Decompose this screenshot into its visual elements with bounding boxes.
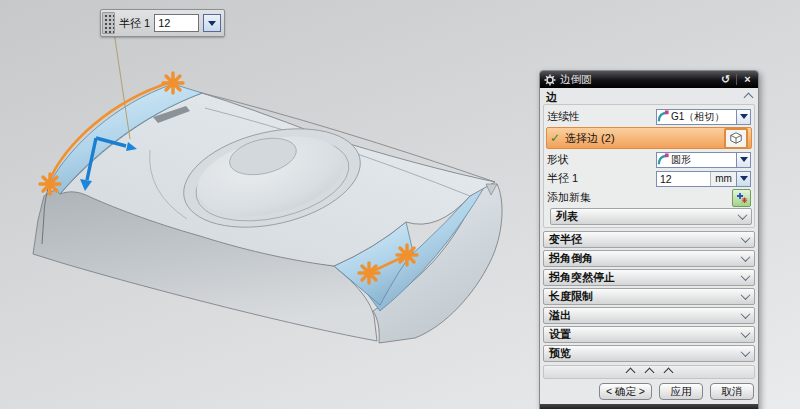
close-button[interactable]: × (741, 72, 754, 87)
radius-value-input[interactable]: 12 (657, 172, 710, 186)
edge-endpoint-handle[interactable] (40, 174, 60, 194)
chevron-down-icon (740, 157, 748, 162)
section-label: 预览 (549, 346, 742, 361)
chevron-up-icon (663, 367, 673, 377)
edge-endpoint-handle[interactable] (359, 263, 379, 283)
section-length-limit[interactable]: 长度限制 (543, 288, 755, 305)
section-label: 溢出 (549, 308, 742, 323)
shape-label: 形状 (547, 152, 656, 167)
continuity-select[interactable]: G1（相切） (656, 109, 751, 125)
chevron-down-icon (741, 309, 751, 319)
section-variable-radius[interactable]: 变半径 (543, 231, 755, 248)
continuity-label: 连续性 (547, 109, 656, 124)
shape-select[interactable]: 圆形 (656, 152, 751, 168)
continuity-value: G1（相切） (670, 110, 736, 124)
edge-blend-dialog: 边倒圆 ↺ × 边 连续性 G1（相切） (539, 70, 759, 409)
cancel-button[interactable]: 取消 (710, 383, 754, 400)
add-new-set-row: 添加新集 (546, 189, 752, 206)
select-body-button[interactable] (724, 128, 748, 149)
radius-options-button[interactable] (736, 172, 750, 186)
chevron-down-icon (741, 328, 751, 338)
chevron-down-icon (740, 176, 748, 181)
section-label: 拐角倒角 (549, 251, 742, 266)
add-new-set-button[interactable] (732, 189, 751, 207)
onscreen-radius-value-input[interactable]: 12 (154, 14, 199, 32)
add-new-set-label: 添加新集 (547, 190, 732, 205)
add-set-icon (736, 192, 748, 204)
shape-value: 圆形 (670, 153, 736, 167)
section-label: 长度限制 (549, 289, 742, 304)
radius-row: 半径 1 12 mm (546, 170, 752, 187)
chevron-down-icon (741, 290, 751, 300)
collapse-dialog-button[interactable] (543, 365, 755, 379)
drag-grip-icon[interactable] (102, 12, 115, 34)
chevron-down-icon (741, 252, 751, 262)
shape-row: 形状 圆形 (546, 151, 752, 168)
chevron-up-icon (744, 92, 754, 102)
blend-icon (657, 110, 670, 123)
select-edge-label: 选择边 (2) (565, 131, 615, 146)
chevron-down-icon (208, 21, 216, 26)
apply-button[interactable]: 应用 (659, 383, 703, 400)
section-corner-stop[interactable]: 拐角突然停止 (543, 269, 755, 286)
titlebar-divider (736, 74, 737, 85)
section-list: 变半径 拐角倒角 拐角突然停止 长度限制 溢出 设置 (543, 231, 755, 362)
chevron-up-icon (644, 367, 654, 377)
ok-button[interactable]: < 确定 > (599, 383, 652, 400)
dialog-button-row: < 确定 > 应用 取消 (543, 379, 755, 404)
chevron-down-icon (738, 210, 748, 220)
chevron-down-icon (741, 347, 751, 357)
section-corner-chamfer[interactable]: 拐角倒角 (543, 250, 755, 267)
radius-label: 半径 1 (547, 171, 656, 186)
radius-field[interactable]: 12 mm (656, 171, 751, 187)
cube-icon (729, 131, 743, 145)
edge-endpoint-handle[interactable] (163, 73, 183, 93)
section-overflow[interactable]: 溢出 (543, 307, 755, 324)
chevron-up-icon (625, 367, 635, 377)
reset-button[interactable]: ↺ (719, 72, 732, 87)
gear-icon (544, 74, 556, 86)
onscreen-radius-dropdown-button[interactable] (203, 14, 221, 32)
edge-group-panel: 连续性 G1（相切） ✓ 选择边 (2) (543, 104, 755, 228)
section-settings[interactable]: 设置 (543, 326, 755, 343)
radius-unit[interactable]: mm (710, 172, 736, 186)
section-label: 变半径 (549, 232, 742, 247)
onscreen-radius-input[interactable]: 半径 1 12 (100, 9, 225, 37)
select-edge-row[interactable]: ✓ 选择边 (2) (546, 127, 752, 149)
section-preview[interactable]: 预览 (543, 345, 755, 362)
section-label: 拐角突然停止 (549, 270, 742, 285)
edge-group-header[interactable]: 边 (543, 90, 755, 104)
dialog-title: 边倒圆 (560, 73, 715, 87)
chevron-down-icon (741, 271, 751, 281)
dialog-bottom-edge (540, 404, 758, 409)
chevron-down-icon (741, 233, 751, 243)
section-label: 设置 (549, 327, 742, 342)
edge-group-label: 边 (546, 90, 745, 105)
dialog-titlebar[interactable]: 边倒圆 ↺ × (540, 71, 758, 88)
list-label: 列表 (556, 209, 739, 224)
edge-endpoint-handle[interactable] (397, 245, 417, 265)
shape-dropdown-button[interactable] (736, 153, 750, 167)
chevron-down-icon (740, 114, 748, 119)
check-icon: ✓ (550, 131, 560, 145)
list-bar[interactable]: 列表 (550, 208, 752, 225)
continuity-row: 连续性 G1（相切） (546, 108, 752, 125)
blend-icon (657, 153, 670, 166)
onscreen-radius-label: 半径 1 (119, 16, 150, 31)
continuity-dropdown-button[interactable] (736, 110, 750, 124)
